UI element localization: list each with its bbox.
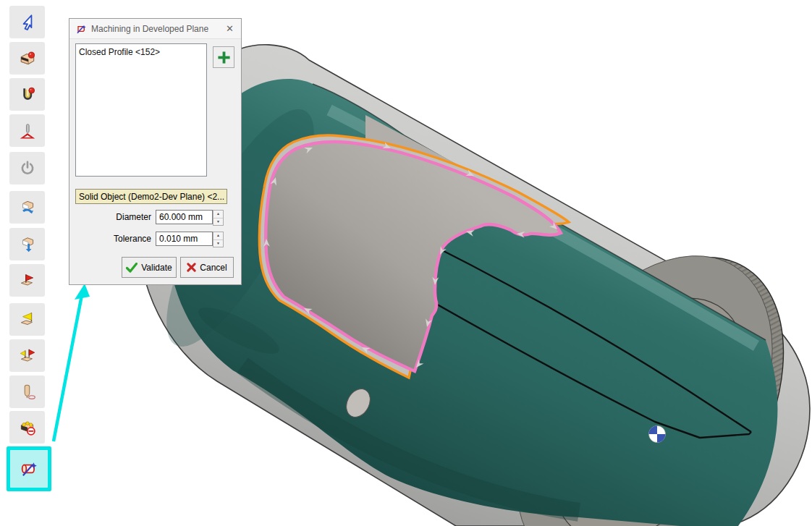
- collision-icon: [18, 418, 37, 437]
- dialog-title: Machining in Developed Plane: [91, 24, 220, 34]
- down-box-icon: [18, 235, 37, 254]
- dual-flag-box-button[interactable]: [9, 339, 45, 372]
- close-icon[interactable]: ✕: [224, 23, 235, 34]
- x-icon: [187, 263, 196, 272]
- probe-icon: [18, 122, 37, 140]
- origin-marker: [649, 426, 666, 443]
- spin-up-icon[interactable]: ▲: [213, 232, 223, 240]
- spin-down-icon[interactable]: ▼: [213, 240, 223, 247]
- tolerance-input[interactable]: [156, 232, 213, 246]
- stock-box-icon: [18, 49, 37, 68]
- check-icon: [126, 263, 138, 273]
- validate-label: Validate: [141, 263, 172, 273]
- cursor-icon: [18, 13, 37, 32]
- spin-down-icon[interactable]: ▼: [213, 219, 223, 226]
- plus-icon: [217, 51, 231, 64]
- machining-dialog: Machining in Developed Plane ✕ Closed Pr…: [69, 18, 242, 285]
- tolerance-spinner[interactable]: ▲ ▼: [213, 232, 224, 247]
- machining-developed-plane-button[interactable]: [7, 446, 51, 491]
- transfer-down-button[interactable]: [9, 228, 45, 260]
- tolerance-row: Tolerance ▲ ▼: [69, 232, 241, 247]
- probe-button[interactable]: [9, 114, 45, 147]
- left-toolbar: [0, 0, 58, 526]
- dual-flag-icon: [18, 347, 37, 365]
- cancel-label: Cancel: [200, 263, 227, 273]
- milling-tool-button[interactable]: [9, 376, 45, 408]
- yellow-flag-box-button[interactable]: [9, 303, 45, 336]
- diameter-row: Diameter ▲ ▼: [69, 210, 241, 226]
- diameter-spinner[interactable]: ▲ ▼: [213, 210, 224, 226]
- power-button[interactable]: [9, 152, 45, 184]
- add-profile-button[interactable]: [213, 46, 234, 68]
- collision-check-button[interactable]: [9, 411, 45, 444]
- diameter-input[interactable]: [156, 210, 213, 224]
- select-cursor-button[interactable]: [9, 6, 45, 38]
- solid-object-label: Solid Object (Demo2-Dev Plane) <2...: [79, 192, 224, 202]
- tailstock-clamp-button[interactable]: [9, 78, 45, 111]
- stock-box-button[interactable]: [9, 42, 45, 75]
- validate-button[interactable]: Validate: [122, 257, 177, 278]
- diameter-label: Diameter: [116, 212, 151, 222]
- transfer-rotate-button[interactable]: [9, 191, 45, 224]
- solid-object-field[interactable]: Solid Object (Demo2-Dev Plane) <2...: [75, 189, 227, 204]
- spin-up-icon[interactable]: ▲: [213, 211, 223, 219]
- cancel-button[interactable]: Cancel: [180, 257, 234, 278]
- yellow-flag-icon: [18, 310, 37, 329]
- developed-plane-icon: [75, 23, 87, 35]
- list-item[interactable]: Closed Profile <152>: [79, 46, 203, 58]
- developed-plane-icon: [20, 459, 38, 478]
- profile-list[interactable]: Closed Profile <152>: [75, 43, 207, 177]
- rotate-box-icon: [18, 198, 37, 217]
- power-icon: [18, 159, 37, 178]
- tolerance-label: Tolerance: [114, 234, 151, 244]
- clamp-icon: [18, 85, 37, 104]
- red-flag-box-button[interactable]: [9, 264, 45, 297]
- tool-icon: [18, 383, 37, 402]
- red-flag-icon: [18, 271, 37, 290]
- dialog-titlebar[interactable]: Machining in Developed Plane ✕: [69, 19, 241, 39]
